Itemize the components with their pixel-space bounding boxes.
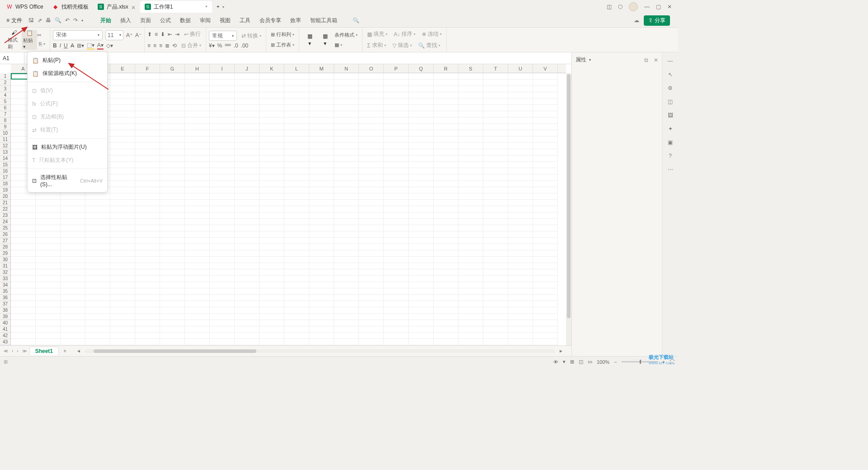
column-header[interactable]: T [483, 64, 508, 73]
more-icon[interactable]: ⋯ [668, 166, 673, 173]
chevron-down-icon[interactable]: ▾ [81, 19, 83, 23]
table-style-button[interactable]: ▦▾ [302, 33, 317, 47]
row-header[interactable]: 36 [0, 295, 10, 301]
column-header[interactable]: L [284, 64, 309, 73]
find-button[interactable]: 🔍查找▾ [416, 41, 442, 50]
view-icon-2[interactable]: ▾ [563, 359, 566, 365]
row-header[interactable]: 35 [0, 288, 10, 295]
row-header[interactable]: 16 [0, 168, 10, 174]
freeze-button[interactable]: ❄冻结▾ [420, 29, 443, 39]
app-tab-wps[interactable]: W WPS Office [2, 1, 48, 13]
row-header[interactable]: 29 [0, 250, 10, 257]
merge-button[interactable]: ⊟合并▾ [179, 41, 203, 50]
cloud-icon[interactable]: ☁ [634, 17, 639, 24]
align-left-icon[interactable]: ≡ [147, 42, 151, 49]
align-bottom-icon[interactable]: ⬇ [160, 31, 165, 38]
format-as-table-button[interactable]: ▦▾ [333, 41, 359, 49]
page-view-icon[interactable]: ◫ [579, 359, 583, 365]
close-panel-icon[interactable]: ✕ [654, 57, 658, 63]
column-header[interactable]: N [334, 64, 359, 73]
pointer-icon[interactable]: ↖ [668, 71, 673, 78]
redo-icon[interactable]: ↷ [73, 17, 78, 24]
column-header[interactable]: K [259, 64, 284, 73]
column-header[interactable]: P [384, 64, 409, 73]
increase-font-icon[interactable]: A⁺ [126, 32, 132, 38]
column-header[interactable]: Q [409, 64, 434, 73]
cut-icon[interactable]: ✂ [37, 32, 47, 38]
file-tab-2-active[interactable]: S 工作簿1 • [140, 1, 212, 13]
minimize-icon[interactable]: — [644, 4, 650, 10]
undo-icon[interactable]: ↶ [65, 17, 70, 24]
menu-keep-source-format[interactable]: 📋保留源格式(K) [28, 67, 107, 80]
column-header[interactable]: R [434, 64, 458, 73]
increase-indent-icon[interactable]: ⇥ [175, 31, 179, 38]
row-header[interactable]: 18 [0, 181, 10, 187]
row-header[interactable]: 25 [0, 225, 10, 231]
cond-format-button[interactable]: 条件格式▾ [333, 31, 359, 39]
align-right-icon[interactable]: ≡ [159, 42, 162, 49]
row-header[interactable]: 9 [0, 124, 10, 130]
sheet-last-icon[interactable]: ≫ [21, 348, 28, 353]
formula-input[interactable] [36, 52, 571, 64]
orientation-icon[interactable]: ⟲ [172, 42, 177, 49]
preview-icon[interactable]: 🔍 [55, 17, 61, 24]
column-header[interactable]: H [185, 64, 210, 73]
ribbon-tab-view[interactable]: 视图 [220, 17, 231, 24]
file-menu[interactable]: ≡ 文件 [4, 17, 25, 24]
row-header[interactable]: 12 [0, 143, 10, 149]
chevron-down-icon[interactable]: ▾ [589, 58, 591, 62]
filter-button[interactable]: ▽筛选▾ [391, 41, 414, 50]
grid-view-icon[interactable]: ⊞ [570, 359, 574, 365]
worksheet-button[interactable]: ⊞工作表▾ [269, 41, 296, 49]
save-icon[interactable]: 🖫 [28, 17, 34, 24]
zoom-out-icon[interactable]: − [614, 359, 617, 365]
column-header[interactable]: O [359, 64, 384, 73]
align-top-icon[interactable]: ⬆ [147, 31, 152, 38]
ribbon-tab-start[interactable]: 开始 [100, 17, 111, 24]
column-header[interactable]: V [533, 64, 558, 73]
row-header[interactable]: 7 [0, 111, 10, 118]
row-header[interactable]: 28 [0, 244, 10, 250]
name-box[interactable]: A1 [0, 52, 24, 64]
print-icon[interactable]: 🖶 [46, 17, 51, 24]
fill-color-icon[interactable]: ⬚▾ [87, 42, 94, 50]
percent-icon[interactable]: % [217, 42, 222, 49]
zoom-value[interactable]: 100% [597, 359, 609, 365]
row-header[interactable]: 20 [0, 193, 10, 200]
row-header[interactable]: 10 [0, 130, 10, 136]
column-header[interactable]: F [135, 64, 160, 73]
row-header[interactable]: 17 [0, 174, 10, 181]
rowcol-button[interactable]: ⊞行和列▾ [269, 30, 296, 39]
tool-icon[interactable]: ✦ [668, 126, 673, 132]
currency-icon[interactable]: ¥▾ [209, 42, 215, 49]
row-header[interactable]: 32 [0, 269, 10, 276]
column-header[interactable]: M [309, 64, 334, 73]
ribbon-tab-formula[interactable]: 公式 [160, 17, 171, 24]
row-header[interactable]: 2 [0, 80, 10, 86]
sheet-first-icon[interactable]: ≪ [3, 348, 9, 353]
hscroll-track[interactable] [85, 349, 555, 353]
underline-icon[interactable]: U [64, 42, 68, 49]
row-header[interactable]: 24 [0, 219, 10, 225]
row-headers[interactable]: 1234567891011121314151617181920212223242… [0, 73, 11, 345]
read-view-icon[interactable]: ▭ [588, 359, 592, 365]
add-sheet-button[interactable]: + [61, 348, 69, 354]
row-header[interactable]: 8 [0, 118, 10, 124]
ribbon-tab-insert[interactable]: 插入 [120, 17, 131, 24]
font-size-select[interactable]: 11▾ [105, 30, 123, 40]
row-header[interactable]: 39 [0, 314, 10, 320]
menu-paste-image[interactable]: 🖼粘贴为浮动图片(U) [28, 141, 107, 154]
export-icon[interactable]: ⇗ [38, 17, 42, 24]
share-button[interactable]: ⇪ 分享 [644, 15, 670, 26]
view-icon-1[interactable]: 👁 [553, 359, 558, 365]
bookmark-icon[interactable]: ▣ [668, 139, 673, 146]
justify-icon[interactable]: ≣ [165, 42, 170, 49]
row-header[interactable]: 43 [0, 339, 10, 345]
file-tab-1[interactable]: S 产品.xlsx ✕ [93, 1, 140, 13]
column-header[interactable]: E [110, 64, 135, 73]
border-icon[interactable]: ⊞▾ [77, 42, 84, 49]
paste-button[interactable]: 📋 粘贴 ▾ [22, 30, 37, 50]
sort-button[interactable]: A↓排序▾ [392, 29, 417, 39]
column-header[interactable]: G [160, 64, 185, 73]
close-icon[interactable]: ✕ [667, 4, 672, 10]
